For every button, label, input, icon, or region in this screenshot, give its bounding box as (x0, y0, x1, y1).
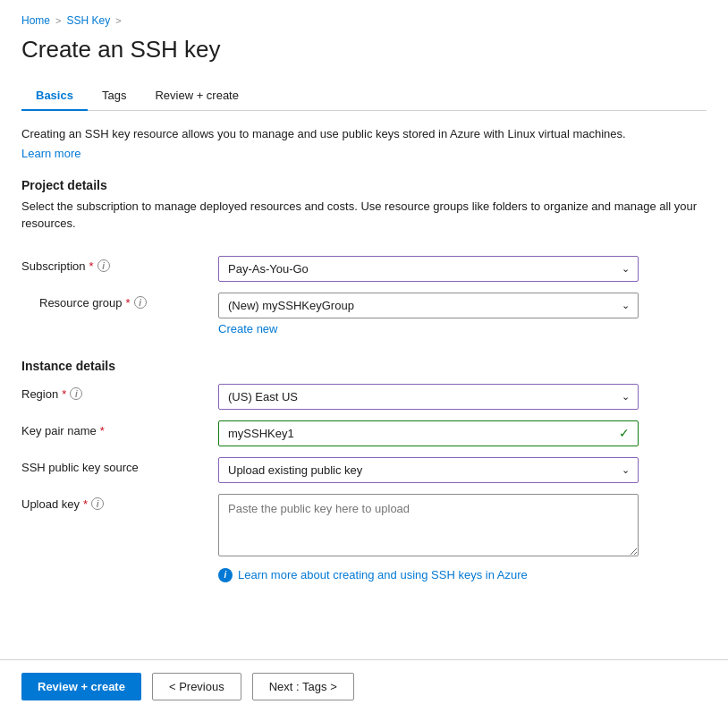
tab-basics[interactable]: Basics (21, 81, 88, 111)
instance-details-title: Instance details (21, 359, 707, 373)
upload-key-info-icon[interactable]: i (91, 497, 104, 510)
region-select[interactable]: (US) East US (218, 384, 639, 410)
key-pair-name-required: * (100, 424, 105, 437)
subscription-info-icon[interactable]: i (97, 259, 110, 272)
upload-key-textarea[interactable] (218, 494, 639, 556)
ssh-public-key-source-select-wrapper: Upload existing public key ⌄ (218, 457, 639, 483)
breadcrumb-ssh-key[interactable]: SSH Key (66, 14, 110, 27)
subscription-select[interactable]: Pay-As-You-Go (218, 256, 639, 282)
learn-more-link[interactable]: Learn more (21, 147, 80, 160)
create-new-link[interactable]: Create new (218, 322, 277, 335)
instance-section: Instance details Region * i (US) East US… (21, 348, 707, 588)
resource-group-info-icon[interactable]: i (134, 296, 147, 309)
form-grid: Subscription * i Pay-As-You-Go ⌄ Resourc… (21, 250, 707, 341)
ssh-public-key-source-control: Upload existing public key ⌄ (218, 452, 707, 488)
region-info-icon[interactable]: i (70, 387, 82, 400)
region-control: (US) East US ⌄ (218, 378, 707, 415)
learn-more-ssh-link[interactable]: Learn more about creating and using SSH … (238, 568, 528, 581)
ssh-public-key-source-label: SSH public key source (21, 461, 139, 474)
subscription-label: Subscription (21, 259, 86, 273)
subscription-select-wrapper: Pay-As-You-Go ⌄ (218, 256, 639, 282)
page-title: Create an SSH key (21, 36, 707, 64)
instance-form-grid: Region * i (US) East US ⌄ Key pair name … (21, 378, 707, 588)
breadcrumb-sep1: > (55, 15, 61, 26)
key-pair-name-input-wrapper: ✓ (218, 420, 639, 446)
breadcrumb: Home > SSH Key > (21, 14, 707, 27)
previous-button[interactable]: < Previous (152, 673, 241, 700)
tab-review-create[interactable]: Review + create (140, 81, 253, 111)
review-create-button[interactable]: Review + create (21, 673, 141, 700)
subscription-control: Pay-As-You-Go ⌄ (218, 250, 707, 287)
region-required: * (62, 387, 66, 401)
basics-description: Creating an SSH key resource allows you … (21, 125, 707, 143)
region-select-wrapper: (US) East US ⌄ (218, 384, 639, 410)
learn-more-ssh-info-icon: i (218, 568, 233, 582)
key-pair-name-check-icon: ✓ (619, 426, 630, 440)
breadcrumb-sep2: > (115, 15, 121, 26)
subscription-required: * (89, 259, 94, 273)
next-button[interactable]: Next : Tags > (252, 673, 354, 700)
resource-group-label-cell: Resource group * i (21, 287, 218, 318)
project-details-description: Select the subscription to manage deploy… (21, 198, 707, 233)
subscription-label-cell: Subscription * i (21, 250, 218, 282)
tab-tags[interactable]: Tags (88, 81, 140, 111)
ssh-public-key-source-select[interactable]: Upload existing public key (218, 457, 639, 483)
upload-key-control: i Learn more about creating and using SS… (218, 488, 707, 588)
upload-key-required: * (83, 497, 88, 511)
ssh-public-key-source-label-cell: SSH public key source (21, 452, 218, 483)
project-details-title: Project details (21, 178, 707, 192)
region-label: Region (21, 387, 58, 401)
key-pair-name-input[interactable] (218, 420, 639, 446)
upload-key-textarea-wrapper (218, 494, 639, 559)
upload-key-label-cell: Upload key * i (21, 488, 218, 520)
tab-bar: Basics Tags Review + create (21, 81, 707, 111)
resource-group-select-wrapper: (New) mySSHKeyGroup ⌄ (218, 293, 639, 318)
resource-group-select[interactable]: (New) mySSHKeyGroup (218, 293, 639, 318)
upload-key-label: Upload key (21, 497, 80, 511)
resource-group-control: (New) mySSHKeyGroup ⌄ Create new (218, 287, 707, 341)
learn-more-ssh-wrapper: i Learn more about creating and using SS… (218, 568, 707, 582)
region-label-cell: Region * i (21, 378, 218, 410)
resource-group-required: * (126, 296, 131, 310)
key-pair-name-label: Key pair name (21, 424, 97, 437)
breadcrumb-home[interactable]: Home (21, 14, 50, 27)
resource-group-label: Resource group (39, 296, 123, 310)
key-pair-name-control: ✓ (218, 415, 707, 452)
footer: Review + create < Previous Next : Tags > (0, 660, 728, 713)
key-pair-name-label-cell: Key pair name * (21, 415, 218, 446)
